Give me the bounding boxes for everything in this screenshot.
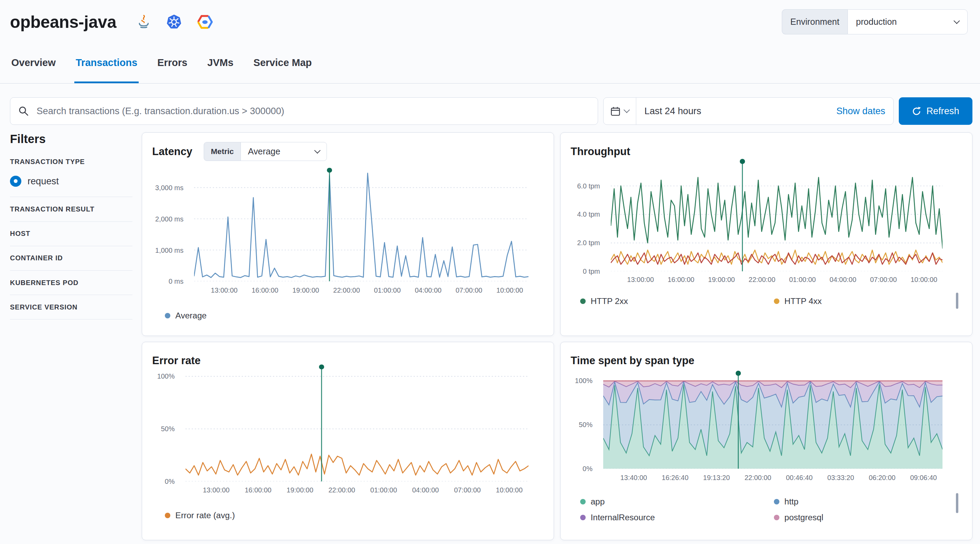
filter-section-label: TRANSACTION TYPE	[10, 158, 132, 166]
legend-item-error-rate-avg[interactable]: Error rate (avg.)	[165, 511, 235, 520]
x-axis-label: 07:00:00	[870, 276, 897, 284]
throughput-title: Throughput	[571, 146, 630, 158]
error-rate-legend: Error rate (avg.)	[165, 511, 235, 520]
tab-overview[interactable]: Overview	[10, 44, 57, 83]
x-axis-label: 19:13:20	[703, 474, 730, 482]
y-axis-label: 4.0 tpm	[577, 211, 600, 218]
legend-item-internalresource[interactable]: InternalResource	[580, 513, 774, 522]
search-controls: Last 24 hours Show dates Refresh	[10, 97, 972, 125]
tab-jvms[interactable]: JVMs	[206, 44, 235, 83]
y-axis-label: 0%	[582, 465, 593, 473]
x-axis-label: 19:00:00	[708, 276, 735, 284]
x-axis-label: 03:33:20	[827, 474, 854, 482]
latency-x-axis: 13:00:0016:00:0019:00:0022:00:0001:00:00…	[194, 286, 528, 295]
throughput-panel: Throughput 0 tpm2.0 tpm4.0 tpm6.0 tpm 13…	[560, 132, 972, 336]
filter-option-request[interactable]: request	[10, 176, 132, 187]
legend-dot	[580, 515, 585, 520]
chevron-down-icon	[954, 17, 960, 24]
throughput-x-axis: 13:00:0016:00:0019:00:0022:00:0001:00:00…	[611, 276, 942, 284]
x-axis-label: 16:00:00	[251, 286, 278, 294]
legend-item-app[interactable]: app	[580, 497, 774, 506]
y-axis-label: 50%	[161, 425, 175, 433]
x-axis-label: 00:46:40	[786, 474, 813, 482]
error-rate-y-axis: 0%50%100%	[142, 366, 180, 481]
throughput-legend: HTTP 2xxHTTP 4xx	[580, 297, 945, 306]
x-axis-label: 10:00:00	[910, 276, 937, 284]
y-axis-label: 1,000 ms	[155, 246, 183, 254]
date-quick-select-button[interactable]	[603, 98, 636, 124]
tab-service-map[interactable]: Service Map	[252, 44, 313, 83]
x-axis-label: 22:00:00	[745, 474, 772, 482]
filter-section-label: SERVICE VERSION	[10, 303, 132, 311]
filter-section-service-version: SERVICE VERSION	[10, 295, 132, 319]
search-box	[10, 97, 598, 125]
filter-section-kubernetes-pod: KUBERNETES POD	[10, 271, 132, 295]
legend-scrollbar[interactable]	[956, 293, 958, 309]
filters-sidebar: Filters TRANSACTION TYPErequestTRANSACTI…	[10, 132, 132, 319]
filters-sections: TRANSACTION TYPErequestTRANSACTION RESUL…	[10, 149, 132, 319]
x-axis-label: 19:00:00	[286, 486, 313, 494]
metric-select-label: Metric	[204, 142, 241, 160]
throughput-y-axis: 0 tpm2.0 tpm4.0 tpm6.0 tpm	[560, 160, 606, 271]
y-axis-label: 2.0 tpm	[577, 239, 600, 247]
legend-label: InternalResource	[590, 513, 655, 522]
legend-label: Average	[175, 311, 207, 320]
radio-button[interactable]	[10, 176, 21, 187]
throughput-chart[interactable]	[611, 160, 942, 271]
legend-dot	[165, 313, 170, 319]
error-rate-chart[interactable]	[186, 366, 528, 481]
refresh-icon	[912, 106, 921, 116]
span-type-x-axis: 13:40:0016:26:4019:13:2022:00:0000:46:40…	[603, 474, 942, 482]
legend-label: http	[784, 497, 799, 506]
x-axis-label: 04:00:00	[415, 286, 441, 294]
search-input[interactable]	[10, 97, 598, 125]
span-type-chart[interactable]	[603, 372, 942, 469]
x-axis-label: 07:00:00	[456, 286, 482, 294]
legend-label: postgresql	[784, 513, 823, 522]
refresh-button[interactable]: Refresh	[899, 97, 972, 125]
environment-select[interactable]: Environment production	[782, 9, 967, 34]
legend-item-http-2xx[interactable]: HTTP 2xx	[580, 297, 774, 306]
y-axis-label: 0 ms	[169, 278, 183, 285]
error-rate-x-axis: 13:00:0016:00:0019:00:0022:00:0001:00:00…	[186, 486, 528, 495]
legend-dot	[774, 298, 780, 304]
filter-section-transaction-result: TRANSACTION RESULT	[10, 197, 132, 222]
legend-scrollbar[interactable]	[956, 493, 958, 513]
x-axis-label: 09:06:40	[910, 474, 937, 482]
y-axis-label: 2,000 ms	[155, 215, 183, 223]
metric-select[interactable]: Metric Average	[204, 142, 327, 160]
legend-label: HTTP 2xx	[590, 297, 628, 306]
environment-label: Environment	[782, 9, 848, 34]
java-icon	[136, 14, 151, 30]
filter-section-label: HOST	[10, 230, 132, 238]
legend-dot	[774, 515, 780, 520]
legend-item-postgresql[interactable]: postgresql	[774, 513, 945, 522]
legend-item-average[interactable]: Average	[165, 311, 207, 320]
y-axis-label: 3,000 ms	[155, 184, 183, 192]
kubernetes-icon	[166, 14, 182, 30]
chevron-down-icon	[624, 107, 630, 113]
tab-errors[interactable]: Errors	[156, 44, 189, 83]
filter-section-label: TRANSACTION RESULT	[10, 205, 132, 213]
y-axis-label: 50%	[579, 421, 593, 429]
x-axis-label: 16:26:40	[662, 474, 689, 482]
show-dates-link[interactable]: Show dates	[836, 106, 893, 117]
x-axis-label: 22:00:00	[328, 486, 355, 494]
legend-item-http[interactable]: http	[774, 497, 945, 506]
time-range-label[interactable]: Last 24 hours	[636, 106, 701, 117]
legend-label: HTTP 4xx	[784, 297, 822, 306]
latency-legend: Average	[165, 311, 207, 320]
x-axis-label: 04:00:00	[412, 486, 439, 494]
service-icons	[136, 14, 213, 30]
apm-service-page: opbeans-java	[0, 0, 980, 544]
tab-transactions[interactable]: Transactions	[74, 44, 138, 83]
legend-item-http-4xx[interactable]: HTTP 4xx	[774, 297, 945, 306]
x-axis-label: 13:00:00	[211, 286, 238, 294]
time-spent-title: Time spent by span type	[571, 355, 694, 367]
x-axis-label: 01:00:00	[789, 276, 816, 284]
annotation-line	[321, 368, 323, 481]
latency-chart[interactable]	[194, 169, 528, 281]
x-axis-label: 07:00:00	[454, 486, 481, 494]
legend-label: Error rate (avg.)	[175, 511, 235, 520]
x-axis-label: 01:00:00	[370, 486, 397, 494]
